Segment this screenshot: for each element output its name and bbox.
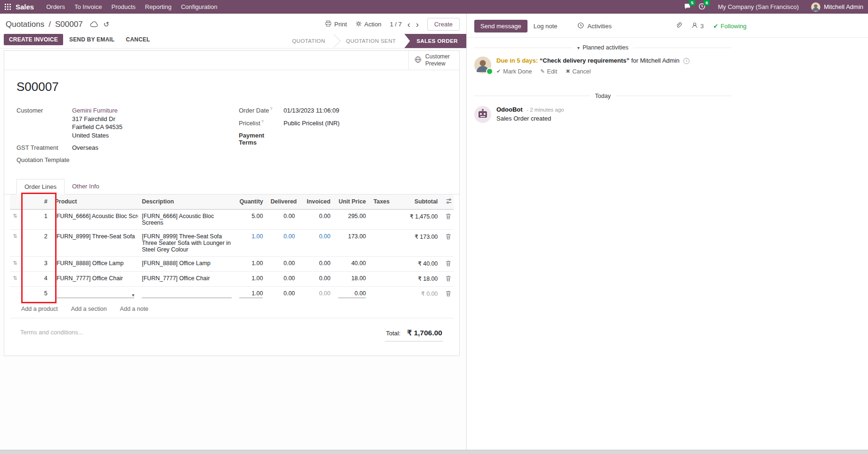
- page-title: S00007: [16, 80, 447, 94]
- following-button[interactable]: ✔ Following: [713, 23, 746, 30]
- user-name: Mitchell Admin: [824, 3, 863, 10]
- add-a-product-link[interactable]: Add a product: [21, 306, 58, 312]
- customer-address-line: Fairfield CA 94535: [72, 123, 122, 131]
- user-menu[interactable]: Mitchell Admin: [811, 2, 863, 12]
- menu-orders[interactable]: Orders: [41, 0, 70, 13]
- status-step-sales-order[interactable]: SALES ORDER: [405, 34, 466, 48]
- table-row[interactable]: ⇅ 2 [FURN_8999] Three-Seat Sofa [FURN_89…: [10, 229, 454, 256]
- table-row[interactable]: ⇅ 4 [FURN_7777] Office Chair [FURN_7777]…: [10, 271, 454, 286]
- follower-person-icon: [691, 22, 698, 30]
- product-input[interactable]: ▾: [55, 290, 135, 298]
- col-header-taxes[interactable]: Taxes: [370, 195, 397, 210]
- edit-activity-button[interactable]: ✎ Edit: [540, 68, 557, 75]
- messages-menu[interactable]: 5: [684, 3, 691, 11]
- action-button[interactable]: Action: [356, 21, 381, 28]
- table-row-new[interactable]: 5 ▾ 1.00: [10, 286, 454, 301]
- clock-icon: [577, 22, 584, 30]
- order-date-value[interactable]: 01/13/2023 11:06:09: [284, 106, 339, 115]
- pricelist-label: Pricelist?: [239, 119, 284, 127]
- print-button[interactable]: Print: [325, 20, 347, 28]
- pager-next-icon[interactable]: ›: [416, 20, 419, 29]
- create-button[interactable]: Create: [427, 18, 460, 31]
- menu-to-invoice[interactable]: To Invoice: [70, 0, 107, 13]
- collapse-caret-icon[interactable]: ▾: [577, 45, 580, 50]
- total-value: ₹ 1,706.00: [407, 329, 442, 337]
- delete-row-icon[interactable]: [442, 271, 454, 286]
- col-header-quantity[interactable]: Quantity: [235, 195, 267, 210]
- customer-address-line: 317 Fairchild Dr: [72, 115, 122, 123]
- col-header-subtotal[interactable]: Subtotal: [396, 195, 441, 210]
- menu-reporting[interactable]: Reporting: [140, 0, 176, 13]
- planned-activities-label[interactable]: Planned activities: [583, 44, 628, 51]
- message-author[interactable]: OdooBot: [496, 106, 523, 113]
- tab-other-info[interactable]: Other Info: [65, 179, 107, 194]
- terms-and-conditions-input[interactable]: Terms and conditions...: [20, 329, 83, 336]
- table-row[interactable]: ⇅ 3 [FURN_8888] Office Lamp [FURN_8888] …: [10, 256, 454, 271]
- optional-columns-icon[interactable]: [442, 195, 454, 210]
- followers-button[interactable]: 3: [691, 22, 704, 30]
- menu-products[interactable]: Products: [106, 0, 140, 13]
- activity-assignee: for Mitchell Admin: [631, 57, 680, 64]
- delete-row-icon[interactable]: [442, 286, 454, 301]
- discard-undo-icon[interactable]: ↺: [104, 20, 110, 29]
- apps-grid-icon[interactable]: [5, 4, 11, 10]
- order-lines-table: # Product Description Quantity Delivered…: [10, 195, 454, 301]
- info-icon[interactable]: i: [683, 58, 690, 64]
- pager-value[interactable]: 1 / 7: [390, 21, 402, 28]
- cancel-button[interactable]: CANCEL: [121, 34, 155, 45]
- quotation-template-label: Quotation Template: [16, 156, 72, 163]
- activities-menu[interactable]: 6: [698, 3, 706, 11]
- status-step-quotation-sent[interactable]: QUOTATION SENT: [333, 34, 404, 48]
- col-header-invoiced[interactable]: Invoiced: [299, 195, 334, 210]
- chatter-panel: Send message Log note Activities 3 ✔ Fol…: [467, 14, 868, 450]
- form-pane: Quotations / S00007 ↺ Print Action: [0, 14, 467, 450]
- delete-row-icon[interactable]: [442, 209, 454, 229]
- customer-link[interactable]: Gemini Furniture: [72, 107, 118, 114]
- dropdown-caret-icon[interactable]: ▾: [132, 292, 134, 298]
- log-note-button[interactable]: Log note: [527, 20, 564, 32]
- attachments-paperclip-icon[interactable]: [675, 22, 682, 31]
- company-switcher[interactable]: My Company (San Francisco): [713, 0, 803, 13]
- send-message-button[interactable]: Send message: [474, 20, 527, 32]
- col-header-unit-price[interactable]: Unit Price: [334, 195, 370, 210]
- delete-row-icon[interactable]: [442, 256, 454, 271]
- breadcrumb-quotations[interactable]: Quotations: [6, 20, 44, 29]
- drag-handle-icon[interactable]: ⇅: [10, 229, 20, 256]
- table-row[interactable]: ⇅ 1 [FURN_6666] Acoustic Bloc Screens [F…: [10, 209, 454, 229]
- pricelist-value[interactable]: Public Pricelist (INR): [284, 119, 340, 128]
- add-a-section-link[interactable]: Add a section: [71, 306, 107, 312]
- pager-previous-icon[interactable]: ‹: [407, 20, 410, 29]
- quantity-input[interactable]: 1.00: [239, 290, 263, 298]
- add-a-note-link[interactable]: Add a note: [120, 306, 148, 312]
- mark-done-button[interactable]: ✔ Mark Done: [496, 68, 532, 75]
- user-avatar: [811, 2, 820, 12]
- delete-row-icon[interactable]: [442, 229, 454, 256]
- drag-handle-icon[interactable]: ⇅: [10, 209, 20, 229]
- planned-activities-section: ▾ Planned activities: [474, 44, 731, 51]
- schedule-activity-button[interactable]: Activities: [577, 22, 611, 30]
- drag-handle-icon[interactable]: ⇅: [10, 271, 20, 286]
- app-name[interactable]: Sales: [16, 3, 34, 11]
- tab-order-lines[interactable]: Order Lines: [16, 179, 65, 195]
- col-header-description[interactable]: Description: [138, 195, 235, 210]
- top-navbar: Sales Orders To Invoice Products Reporti…: [0, 0, 868, 14]
- send-by-email-button[interactable]: SEND BY EMAIL: [64, 34, 120, 45]
- drag-handle-icon[interactable]: ⇅: [10, 256, 20, 271]
- unsaved-cloud-icon[interactable]: [90, 21, 98, 27]
- menu-configuration[interactable]: Configuration: [176, 0, 222, 13]
- status-step-quotation[interactable]: QUOTATION: [280, 34, 333, 48]
- gear-icon: [356, 21, 362, 28]
- order-total: Total: ₹ 1,706.00: [385, 329, 443, 341]
- gst-treatment-value[interactable]: Overseas: [72, 144, 98, 152]
- horizontal-scrollbar[interactable]: [0, 450, 868, 454]
- create-invoice-button[interactable]: CREATE INVOICE: [4, 34, 63, 45]
- activity-summary: “Check delivery requirements”: [540, 57, 630, 64]
- col-header-product[interactable]: Product: [51, 195, 138, 210]
- description-input[interactable]: [142, 290, 232, 298]
- col-header-delivered[interactable]: Delivered: [267, 195, 299, 210]
- followers-count: 3: [700, 23, 704, 30]
- customer-preview-button[interactable]: Customer Preview: [408, 51, 459, 70]
- cancel-activity-button[interactable]: ✖ Cancel: [566, 68, 591, 75]
- unit-price-input[interactable]: 0.00: [338, 290, 366, 298]
- col-header-index[interactable]: #: [20, 195, 51, 210]
